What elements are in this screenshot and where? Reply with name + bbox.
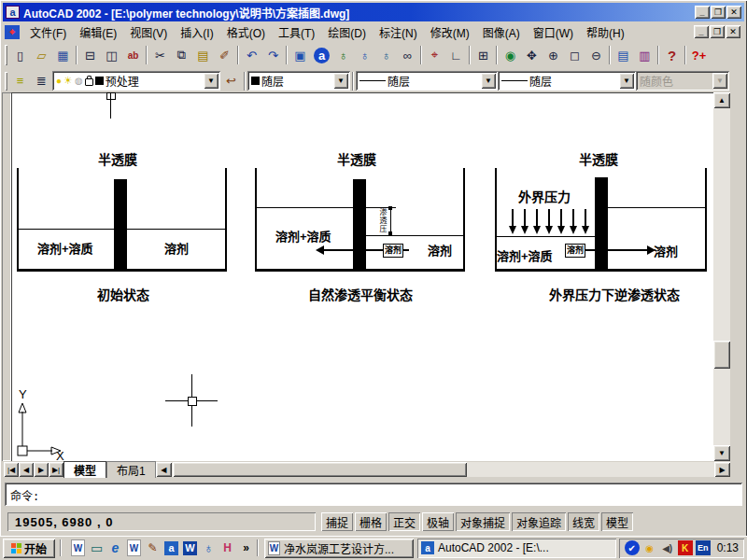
redo-icon[interactable]: ↷	[262, 45, 284, 66]
menu-image[interactable]: 图像(A)	[476, 22, 527, 42]
quick-help-icon[interactable]: ?+	[688, 45, 710, 66]
zoom-window-icon[interactable]: ◻	[564, 45, 585, 66]
menu-tools[interactable]: 工具(T)	[272, 22, 321, 42]
open-icon[interactable]: ▱	[31, 45, 52, 66]
otrack-toggle[interactable]: 对象追踪	[512, 512, 566, 531]
menu-modify[interactable]: 修改(M)	[424, 22, 476, 42]
properties-icon[interactable]: ▥	[634, 45, 655, 66]
osnap-toggle[interactable]: 对象捕捉	[456, 512, 510, 531]
word-document-shortcut-icon[interactable]: W	[71, 539, 85, 556]
menu-insert[interactable]: 插入(I)	[174, 22, 219, 42]
menu-format[interactable]: 格式(O)	[220, 22, 272, 42]
task-button-autocad[interactable]: a AutoCAD 2002 - [E:\...	[417, 539, 616, 558]
lineweight-toggle[interactable]: 线宽	[568, 512, 599, 531]
layer-thaw-sun-icon[interactable]: ☀	[63, 76, 73, 86]
command-prompt[interactable]: 命令:	[5, 487, 43, 506]
toolbar-grip[interactable]	[5, 45, 7, 65]
tray-check-icon[interactable]: ✔	[625, 540, 640, 555]
menu-help[interactable]: 帮助(H)	[580, 22, 631, 42]
layer-unlock-icon[interactable]	[85, 78, 93, 86]
linetype-combo[interactable]: 随层 ▼	[356, 71, 498, 91]
menu-view[interactable]: 视图(V)	[123, 22, 174, 42]
undo-icon[interactable]: ↶	[241, 45, 262, 66]
named-views-icon[interactable]: ⊞	[472, 45, 494, 66]
vertical-scrollbar[interactable]: ▲ ▼	[713, 92, 730, 461]
toolbar-grip[interactable]	[5, 72, 7, 91]
3d-orbit-icon[interactable]: ◉	[500, 45, 521, 66]
doc-restore-button[interactable]: ❐	[710, 25, 725, 38]
horizontal-scrollbar[interactable]: ◀ ▶	[156, 462, 730, 477]
tray-kingsoft-icon[interactable]: K	[678, 540, 693, 555]
zoom-realtime-icon[interactable]: ⊕	[543, 45, 564, 66]
word-document-shortcut-icon[interactable]: W	[127, 539, 141, 556]
menu-file[interactable]: 文件(F)	[23, 22, 73, 42]
restore-button[interactable]: ❐	[711, 6, 726, 19]
tray-volume-icon[interactable]: ◀)	[660, 540, 675, 555]
ortho-toggle[interactable]: 正交	[388, 512, 420, 531]
browser-globe-icon[interactable]: ♁	[200, 539, 218, 557]
layer-combo[interactable]: ● ☀ ◍ 预处理 ▼	[52, 71, 220, 91]
tab-next-icon[interactable]: ▶	[34, 462, 49, 477]
help-icon[interactable]: ?	[661, 45, 683, 66]
menu-window[interactable]: 窗口(W)	[527, 22, 580, 42]
today-icon[interactable]: ▣	[289, 45, 311, 66]
snap-from-icon[interactable]: ⌖	[424, 45, 445, 66]
scroll-down-icon[interactable]: ▼	[713, 445, 730, 461]
drawing-canvas[interactable]: 半透膜 溶剂+溶质 溶剂 初始状态 半透膜 渗透压 溶剂+溶质 溶剂	[11, 92, 713, 461]
save-icon[interactable]: ▦	[52, 45, 74, 66]
ucs-toolbar-icon[interactable]: ∟	[445, 45, 467, 66]
minimize-button[interactable]: _	[695, 6, 710, 19]
show-desktop-icon[interactable]: ▭	[88, 539, 106, 557]
cut-icon[interactable]: ✂	[149, 45, 171, 66]
scroll-right-icon[interactable]: ▶	[714, 462, 730, 477]
meet-now-icon[interactable]: ♁	[332, 45, 354, 66]
title-bar[interactable]: a AutoCAD 2002 - [E:\polymer technology\…	[3, 3, 744, 21]
menu-draw[interactable]: 绘图(D)	[321, 22, 373, 42]
snap-toggle[interactable]: 捕捉	[321, 512, 353, 531]
scroll-left-icon[interactable]: ◀	[156, 462, 172, 477]
menu-edit[interactable]: 编辑(E)	[73, 22, 123, 42]
color-combo[interactable]: 随层 ▼	[247, 71, 350, 91]
color-combo-dropdown-icon[interactable]: ▼	[333, 73, 348, 89]
lineweight-combo[interactable]: 随层 ▼	[498, 71, 636, 91]
scroll-up-icon[interactable]: ▲	[713, 92, 730, 108]
tab-model[interactable]: 模型	[63, 461, 106, 478]
editor-shortcut-icon[interactable]: ✎	[144, 539, 162, 557]
tab-prev-icon[interactable]: ◀	[19, 462, 34, 477]
close-button[interactable]: ✕	[726, 6, 741, 19]
model-space-toggle[interactable]: 模型	[601, 512, 633, 531]
polar-toggle[interactable]: 极轴	[422, 512, 454, 531]
autocad-shortcut-icon[interactable]: a	[164, 541, 178, 555]
etransmit-icon[interactable]: ♁	[375, 45, 397, 66]
copy-icon[interactable]: ⧉	[171, 45, 192, 66]
tab-layout1[interactable]: 布局1	[106, 461, 156, 478]
spelling-icon[interactable]: ab	[122, 45, 144, 66]
zoom-previous-icon[interactable]: ⊖	[585, 45, 607, 66]
tray-netmeeting-icon[interactable]: ◉	[642, 540, 657, 555]
tab-first-icon[interactable]: |◀	[4, 462, 19, 477]
tray-language-indicator[interactable]: En	[696, 540, 711, 555]
lineweight-combo-dropdown-icon[interactable]: ▼	[619, 73, 634, 89]
paste-icon[interactable]: ▤	[192, 45, 214, 66]
pan-icon[interactable]: ✥	[521, 45, 543, 66]
task-button-word[interactable]: W 净水岚源工艺设计方...	[264, 539, 414, 558]
vertical-scrollbar-thumb[interactable]	[713, 341, 730, 369]
linetype-combo-dropdown-icon[interactable]: ▼	[481, 73, 496, 89]
doc-close-button[interactable]: ✕	[726, 25, 740, 38]
start-button[interactable]: 开始	[3, 539, 55, 558]
doc-minimize-button[interactable]: _	[694, 25, 709, 38]
layer-previous-icon[interactable]: ↩	[220, 70, 242, 91]
print-preview-icon[interactable]: ◫	[101, 45, 122, 66]
match-properties-icon[interactable]: ✐	[214, 45, 235, 66]
grid-toggle[interactable]: 栅格	[355, 512, 387, 531]
new-icon[interactable]: ▯	[9, 45, 31, 66]
layer-vp-freeze-icon[interactable]: ◍	[75, 77, 83, 86]
command-input-area[interactable]: 命令:	[5, 483, 742, 506]
menu-dimension[interactable]: 标注(N)	[373, 22, 424, 42]
word-shortcut-icon[interactable]: W	[183, 541, 197, 555]
make-object-layer-current-icon[interactable]: ≡	[9, 70, 31, 91]
layer-on-bulb-icon[interactable]: ●	[56, 77, 62, 86]
horizontal-scrollbar-thumb[interactable]	[173, 462, 467, 477]
tab-last-icon[interactable]: ▶|	[49, 462, 63, 477]
quick-launch-more-icon[interactable]: »	[237, 539, 255, 557]
